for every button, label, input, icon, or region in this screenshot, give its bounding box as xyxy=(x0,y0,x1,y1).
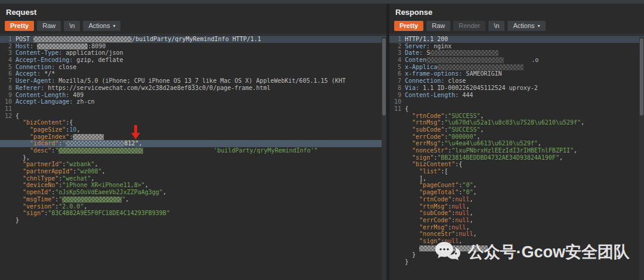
line-content: "rtnMsg":null, xyxy=(405,203,644,210)
code-text: :8090 xyxy=(88,43,106,49)
line-content: POST /buildParty/qryMyRemindInfo HTTP/1.… xyxy=(16,36,386,43)
code-text: 444 xyxy=(462,92,473,98)
tab-render[interactable]: Render xyxy=(453,21,485,31)
code-line: ], xyxy=(389,175,644,182)
code-text: "83C4882A9E5F0FC18DE4C14293FB939B" xyxy=(48,210,170,216)
code-line: 11{ xyxy=(389,105,644,113)
code-text: Via: xyxy=(405,85,423,91)
code-text: "partnerId" xyxy=(23,161,62,167)
burp-message-viewer: Request PrettyRaw\nActions▾ 1POST /build… xyxy=(0,0,644,280)
tab-pretty[interactable]: Pretty xyxy=(394,21,423,31)
code-text: */* xyxy=(44,70,55,77)
code-text xyxy=(405,196,419,203)
line-number xyxy=(389,154,405,161)
line-content: "desc":"'buildParty/qryMyRemindInfo'" xyxy=(16,147,386,154)
code-text: "SUCCESS" xyxy=(448,113,480,119)
code-line: "bizContent":{ xyxy=(389,161,644,168)
tab-newline[interactable]: \n xyxy=(488,21,504,31)
line-number xyxy=(389,203,405,210)
line-number xyxy=(0,210,16,217)
tab-label: Raw xyxy=(432,22,445,29)
code-text xyxy=(405,147,412,154)
line-number xyxy=(0,182,16,189)
code-text: , xyxy=(581,119,584,126)
line-number: 9 xyxy=(0,92,16,99)
line-number: 4 xyxy=(389,57,405,64)
code-text xyxy=(405,113,412,119)
code-line: "sign":"BB23814BEDDBD4732AE34D93824A190F… xyxy=(389,154,644,161)
line-number xyxy=(389,231,405,238)
tab-newline[interactable]: \n xyxy=(64,21,80,31)
line-number xyxy=(389,210,405,217)
code-text: , xyxy=(76,126,80,133)
line-content xyxy=(405,98,644,105)
line-number: 2 xyxy=(389,43,405,50)
code-text: 10 xyxy=(69,126,76,133)
line-content: "nonceStr":null, xyxy=(405,231,644,238)
code-line: 3Date: S xyxy=(389,49,644,57)
line-content: }, xyxy=(16,154,386,161)
tab-label: Raw xyxy=(42,22,55,29)
redaction-box xyxy=(426,57,504,63)
line-content: "errCode":"000000", xyxy=(405,133,644,141)
line-content: "sign":"BB23814BEDDBD4732AE34D93824A190F… xyxy=(405,154,644,161)
code-text: Content-Length: xyxy=(405,92,462,98)
code-line: 9Content-Length: 409 xyxy=(0,92,386,99)
request-scrollbar[interactable] xyxy=(382,37,386,280)
line-content: User-Agent: Mozilla/5.0 (iPhone; CPU iPh… xyxy=(16,77,386,85)
request-scrollbar-thumb[interactable] xyxy=(382,38,386,116)
code-line: "openId":"oJsKp5OoVdEaeeVb2JxZZPaAg3gg", xyxy=(0,189,386,196)
code-text xyxy=(16,126,30,133)
code-text: "msgTime" xyxy=(23,196,55,203)
tab-pretty[interactable]: Pretty xyxy=(5,21,34,31)
tab-raw[interactable]: Raw xyxy=(37,21,61,31)
line-number: 10 xyxy=(389,98,405,105)
tab-actions[interactable]: Actions▾ xyxy=(83,21,120,31)
code-line: 7User-Agent: Mozilla/5.0 (iPhone; CPU iP… xyxy=(0,77,386,85)
code-text: , xyxy=(469,217,473,223)
response-tab-bar: PrettyRawRender\nActions▾ xyxy=(389,19,644,35)
line-number xyxy=(389,133,405,141)
watermark-text: 公众号·Gcow安全团队 xyxy=(467,241,630,263)
code-text: Mozilla/5.0 (iPhone; CPU iPhone OS 13_7 … xyxy=(58,77,346,84)
code-text xyxy=(16,168,23,175)
code-text: Accept: xyxy=(16,70,44,77)
line-number xyxy=(0,189,16,196)
code-text: , xyxy=(138,140,142,147)
code-text xyxy=(405,238,419,244)
line-content: "pageTotal":"0", xyxy=(405,189,644,196)
code-text: "rtnMsg" xyxy=(419,203,448,210)
code-text: HTTP/1.1 200 xyxy=(405,36,448,42)
line-content: Content-Length: 409 xyxy=(16,92,386,99)
line-content: "version":"2.0.0", xyxy=(16,203,386,210)
line-content: "rtnCode":null, xyxy=(405,196,644,203)
redaction-box xyxy=(437,64,524,70)
code-text: "sign" xyxy=(412,154,434,161)
code-line: "nonceStr":null, xyxy=(389,231,644,238)
tab-raw[interactable]: Raw xyxy=(426,21,450,31)
code-line: 5Connection: close xyxy=(0,64,386,71)
code-text xyxy=(405,251,412,258)
code-line: 2Server: nginx xyxy=(389,43,644,50)
code-text: zh-cn xyxy=(76,98,94,105)
line-content: "idcard":"812", xyxy=(16,140,386,147)
line-number xyxy=(389,182,405,189)
line-number xyxy=(0,140,16,147)
code-text: :{ xyxy=(455,161,462,167)
code-text: Date: xyxy=(405,49,426,56)
line-content: Accept-Language: zh-cn xyxy=(16,98,386,105)
line-number: 10 xyxy=(0,98,16,105)
line-content: "rtnCode":"SUCCESS", xyxy=(405,113,644,120)
line-content: "msgTime":"", xyxy=(16,196,386,203)
line-content: "rtnMsg":"\u670d\u52a1\u8c03\u7528\u6210… xyxy=(405,119,644,126)
code-text: }, xyxy=(23,154,30,161)
redaction-box xyxy=(66,141,124,147)
code-text: "pageCount" xyxy=(419,182,459,188)
line-number xyxy=(0,168,16,175)
response-scrollbar-thumb[interactable] xyxy=(640,38,643,116)
tab-actions[interactable]: Actions▾ xyxy=(507,21,545,31)
code-text: { xyxy=(16,113,19,119)
code-text xyxy=(16,161,23,167)
response-scrollbar[interactable] xyxy=(639,37,644,280)
request-editor[interactable]: 1POST /buildParty/qryMyRemindInfo HTTP/1… xyxy=(0,35,386,280)
